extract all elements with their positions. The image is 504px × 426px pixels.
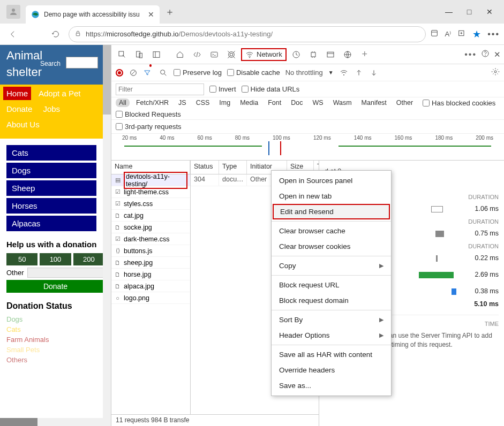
devtools-more-icon[interactable]: ••• <box>464 50 477 59</box>
ctx-clear-cookies[interactable]: Clear browser cookies <box>272 239 391 254</box>
devtools-close-icon[interactable]: ✕ <box>494 50 501 59</box>
maximize-icon[interactable]: □ <box>465 8 473 16</box>
donate-button[interactable]: Donate <box>6 280 104 293</box>
ctx-save-as[interactable]: Save as... <box>272 378 391 393</box>
request-row[interactable]: ⟨⟩buttons.js <box>111 245 190 257</box>
amount-200[interactable]: 200 <box>73 253 104 265</box>
request-row[interactable]: 🗋sheep.jpg <box>111 257 190 269</box>
ctx-block-url[interactable]: Block request URL <box>272 277 391 293</box>
filter-toggle-icon[interactable] <box>144 69 153 77</box>
ctx-open-sources[interactable]: Open in Sources panel <box>272 173 391 188</box>
more-tabs-icon[interactable]: + <box>357 47 372 62</box>
nav-about[interactable]: About Us <box>3 118 43 131</box>
nav-jobs[interactable]: Jobs <box>40 102 63 116</box>
request-row[interactable]: 🗋horse.jpg <box>111 269 190 280</box>
device-icon[interactable] <box>132 47 147 62</box>
collections-icon[interactable] <box>457 29 466 40</box>
type-ws[interactable]: WS <box>309 98 326 107</box>
request-row[interactable]: ○logo.png <box>111 292 190 304</box>
preserve-log-checkbox[interactable]: Preserve log <box>174 69 222 77</box>
record-button[interactable] <box>116 69 123 77</box>
side-dogs[interactable]: Dogs <box>6 163 96 178</box>
network-settings-icon[interactable] <box>491 67 500 78</box>
minimize-icon[interactable]: — <box>445 8 453 16</box>
col-type[interactable]: Type <box>219 161 247 174</box>
hide-data-urls-checkbox[interactable]: Hide data URLs <box>242 85 300 93</box>
security-tab-icon[interactable] <box>340 47 355 62</box>
memory-tab-icon[interactable] <box>306 47 321 62</box>
help-icon[interactable] <box>481 49 490 60</box>
more-icon[interactable]: ••• <box>487 29 500 39</box>
throttling-select[interactable]: No throttling <box>285 69 323 77</box>
type-img[interactable]: Img <box>216 98 234 107</box>
network-timeline-overview[interactable]: 20 ms 40 ms 60 ms 80 ms 100 ms 120 ms 14… <box>111 134 504 161</box>
sources-tab-icon[interactable] <box>224 47 239 62</box>
type-wasm[interactable]: Wasm <box>330 98 355 107</box>
type-doc[interactable]: Doc <box>288 98 306 107</box>
welcome-tab-icon[interactable] <box>172 47 187 62</box>
search-input[interactable] <box>66 57 98 69</box>
type-font[interactable]: Font <box>265 98 284 107</box>
import-icon[interactable] <box>354 69 364 77</box>
ctx-header-options[interactable]: Header Options▶ <box>272 328 391 343</box>
ctx-clear-cache[interactable]: Clear browser cache <box>272 223 391 239</box>
clear-icon[interactable] <box>129 69 138 77</box>
console-tab-icon[interactable] <box>207 47 222 62</box>
request-row[interactable]: ☑styles.css <box>111 198 190 210</box>
read-aloud-icon[interactable]: A⁾ <box>445 30 452 38</box>
invert-checkbox[interactable]: Invert <box>209 85 236 93</box>
ctx-copy[interactable]: Copy▶ <box>272 258 391 273</box>
type-all[interactable]: All <box>116 98 130 107</box>
type-other[interactable]: Other <box>393 98 416 107</box>
profile-avatar[interactable] <box>6 5 20 19</box>
side-sheep[interactable]: Sheep <box>6 180 96 196</box>
amount-100[interactable]: 100 <box>40 253 71 265</box>
inspect-icon[interactable] <box>115 47 130 62</box>
nav-donate[interactable]: Donate <box>3 102 35 116</box>
network-tab[interactable]: Network <box>241 48 287 61</box>
request-row[interactable]: 🗋cat.jpg <box>111 210 190 222</box>
nav-adopt[interactable]: Adopt a Pet <box>35 87 84 100</box>
type-media[interactable]: Media <box>237 98 261 107</box>
refresh-button[interactable] <box>47 26 64 43</box>
page-horizontal-scrollbar[interactable] <box>0 418 103 426</box>
tab-close-icon[interactable]: ✕ <box>148 10 154 19</box>
request-row[interactable]: ▤ devtools-a11y-testing/ <box>111 174 190 186</box>
favorite-star-icon[interactable]: ★ <box>472 28 481 40</box>
filter-input[interactable] <box>116 83 204 95</box>
ctx-save-har[interactable]: Save all as HAR with content <box>272 347 391 362</box>
side-alpacas[interactable]: Alpacas <box>6 216 96 231</box>
page-vertical-scrollbar[interactable] <box>103 45 111 426</box>
ctx-sort-by[interactable]: Sort By▶ <box>272 312 391 328</box>
application-tab-icon[interactable] <box>323 47 338 62</box>
ctx-open-tab[interactable]: Open in new tab <box>272 188 391 204</box>
network-conditions-icon[interactable] <box>339 69 349 77</box>
type-fetch[interactable]: Fetch/XHR <box>133 98 172 107</box>
new-tab-button[interactable]: ＋ <box>165 5 175 18</box>
side-horses[interactable]: Horses <box>6 198 96 214</box>
disable-cache-checkbox[interactable]: Disable cache <box>227 69 280 77</box>
back-button[interactable] <box>4 26 21 43</box>
type-css[interactable]: CSS <box>193 98 213 107</box>
blocked-requests-checkbox[interactable]: Blocked Requests <box>116 110 181 118</box>
type-js[interactable]: JS <box>175 98 190 107</box>
blocked-cookies-checkbox[interactable]: Has blocked cookies <box>423 99 495 107</box>
third-party-checkbox[interactable]: 3rd-party requests <box>116 123 182 131</box>
request-row[interactable]: 🗋socke.jpg <box>111 222 190 233</box>
other-amount-input[interactable] <box>27 268 111 278</box>
export-icon[interactable] <box>369 69 379 77</box>
ctx-block-domain[interactable]: Block request domain <box>272 293 391 308</box>
ctx-override-headers[interactable]: Override headers <box>272 362 391 378</box>
request-row[interactable]: 🗋alpaca.jpg <box>111 280 190 292</box>
nav-home[interactable]: Home <box>3 87 31 100</box>
performance-tab-icon[interactable] <box>289 47 304 62</box>
browser-tab[interactable]: Demo page with accessibility issu ✕ <box>26 5 160 24</box>
col-status[interactable]: Status <box>191 161 219 174</box>
type-manifest[interactable]: Manifest <box>358 98 390 107</box>
dock-icon[interactable] <box>149 47 164 62</box>
throttling-caret-icon[interactable]: ▼ <box>328 70 334 75</box>
amount-50[interactable]: 50 <box>6 253 37 265</box>
close-icon[interactable]: ✕ <box>486 8 493 16</box>
app-icon[interactable] <box>430 29 439 40</box>
search-icon[interactable] <box>159 69 168 77</box>
